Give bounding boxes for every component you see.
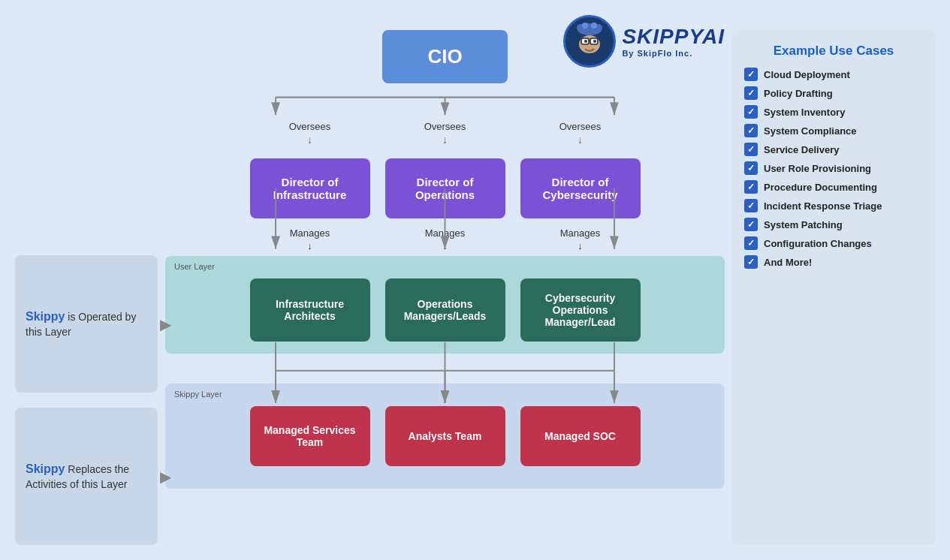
left-panels: Skippy is Operated by this Layer ▶ Skipp… (15, 30, 158, 545)
use-case-item-4: Service Delivery (744, 143, 923, 156)
logo-avatar (563, 15, 616, 68)
checkbox-icon-7 (744, 199, 758, 212)
director-cybersecurity: Director of Cybersecurity (520, 158, 641, 218)
manages-label-2: Manages ↓ (385, 227, 505, 251)
skippy-operated-panel: Skippy is Operated by this Layer ▶ (15, 255, 158, 393)
use-cases-panel: Example Use Cases Cloud DeploymentPolicy… (732, 30, 935, 545)
skippy-replaces-panel: Skippy Replaces the Activities of this L… (15, 408, 158, 545)
director-infrastructure: Director of Infrastructure (250, 158, 370, 218)
use-case-item-0: Cloud Deployment (744, 68, 923, 81)
use-case-label-2: System Inventory (764, 107, 845, 118)
director-operations: Director of Operations (385, 158, 505, 218)
org-wrapper: Oversees ↓ Oversees ↓ Oversees ↓ Directo… (165, 91, 725, 545)
arrow-down-manages-3: ↓ (578, 240, 583, 251)
checkbox-icon-3 (744, 124, 758, 137)
arrow-down-2: ↓ (442, 134, 448, 146)
use-cases-list: Cloud DeploymentPolicy DraftingSystem In… (744, 68, 923, 269)
oversees-label-2: Oversees ↓ (385, 121, 505, 146)
use-case-item-9: Configuration Changes (744, 236, 923, 250)
skippy-replaces-text: Skippy Replaces the Activities of this L… (26, 461, 147, 492)
managed-soc-box: Managed SOC (520, 406, 641, 466)
skippy-name-2: Skippy (26, 462, 65, 475)
user-layer-label: User Layer (174, 262, 215, 271)
ops-managers-box: Operations Managers/Leads (385, 278, 505, 342)
directors-row: Director of Infrastructure Director of O… (165, 158, 725, 218)
use-case-item-10: And More! (744, 255, 923, 269)
manages-row: Manages ↓ Manages ↓ Manages ↓ (165, 227, 725, 251)
checkbox-icon-9 (744, 236, 758, 250)
use-case-item-8: System Patching (744, 218, 923, 231)
use-case-label-7: Incident Response Triage (764, 200, 882, 212)
skippy-layer-label: Skippy Layer (174, 390, 222, 399)
brand-sub: By SkipFlo Inc. (622, 49, 725, 58)
oversees-label-3: Oversees ↓ (520, 121, 641, 146)
arrow-down-manages-1: ↓ (307, 240, 312, 251)
cio-label: CIO (427, 45, 462, 68)
checkbox-icon-8 (744, 218, 758, 231)
checkbox-icon-5 (744, 161, 758, 175)
checkbox-icon-1 (744, 86, 758, 100)
use-case-item-5: User Role Provisioning (744, 161, 923, 175)
oversees-label-1: Oversees ↓ (250, 121, 370, 146)
svg-point-4 (582, 23, 588, 29)
svg-point-10 (593, 40, 596, 43)
use-case-label-8: System Patching (764, 219, 843, 230)
user-layer: User Layer Infrastructure Architects Ope… (165, 256, 725, 354)
checkbox-icon-2 (744, 105, 758, 119)
skippy-layer: Skippy Layer Managed Services Team Analy… (165, 384, 725, 489)
arrow-down-3: ↓ (578, 134, 583, 146)
use-case-label-10: And More! (764, 257, 812, 268)
logo-text: SKIPPYAI By SkipFlo Inc. (622, 25, 725, 58)
logo-area: SKIPPYAI By SkipFlo Inc. (563, 15, 725, 68)
oversees-row: Oversees ↓ Oversees ↓ Oversees ↓ (165, 121, 725, 146)
use-case-label-3: System Compliance (764, 125, 857, 137)
arrow-right-icon-2: ▶ (160, 468, 171, 486)
svg-point-5 (591, 23, 597, 29)
use-case-label-5: User Role Provisioning (764, 163, 871, 174)
managed-services-box: Managed Services Team (250, 406, 370, 466)
infra-architects-box: Infrastructure Architects (250, 278, 370, 342)
skippy-operated-text: Skippy is Operated by this Layer (26, 309, 147, 340)
use-case-item-3: System Compliance (744, 124, 923, 137)
checkbox-icon-0 (744, 68, 758, 81)
checkbox-icon-10 (744, 255, 758, 269)
svg-point-9 (584, 40, 587, 43)
use-case-label-1: Policy Drafting (764, 88, 833, 99)
use-case-item-2: System Inventory (744, 105, 923, 119)
skippy-team-boxes: Managed Services Team Analysts Team Mana… (173, 406, 717, 466)
cio-box: CIO (382, 30, 507, 83)
cyber-ops-box: Cybersecurity Operations Manager/Lead (520, 278, 641, 342)
checkbox-icon-4 (744, 143, 758, 156)
use-case-item-7: Incident Response Triage (744, 199, 923, 212)
brand-name: SKIPPYAI (622, 25, 725, 49)
use-case-label-4: Service Delivery (764, 144, 839, 155)
use-case-label-9: Configuration Changes (764, 238, 872, 249)
skippy-name-1: Skippy (26, 310, 65, 323)
use-cases-title: Example Use Cases (744, 44, 923, 59)
analysts-team-box: Analysts Team (385, 406, 505, 466)
manages-label-3: Manages ↓ (520, 227, 641, 251)
manages-label-1: Manages ↓ (250, 227, 370, 251)
use-case-item-1: Policy Drafting (744, 86, 923, 100)
arrow-down-1: ↓ (307, 134, 312, 146)
use-case-item-6: Procedure Documenting (744, 180, 923, 194)
checkbox-icon-6 (744, 180, 758, 194)
use-case-label-6: Procedure Documenting (764, 182, 877, 193)
arrow-right-icon-1: ▶ (160, 315, 171, 333)
org-chart-area: SKIPPYAI By SkipFlo Inc. CIO (165, 15, 725, 545)
use-case-label-0: Cloud Deployment (764, 69, 850, 80)
user-team-boxes: Infrastructure Architects Operations Man… (173, 278, 717, 342)
arrow-down-manages-2: ↓ (442, 240, 448, 251)
